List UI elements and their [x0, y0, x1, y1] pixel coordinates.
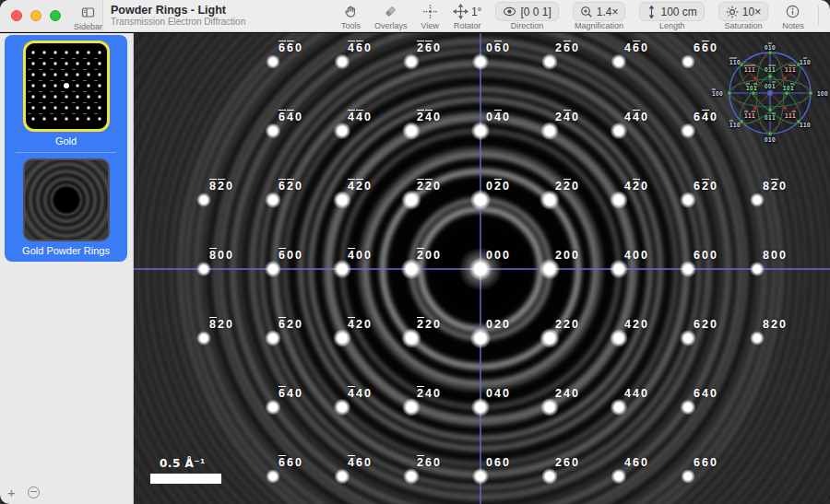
diffraction-spot [334, 123, 351, 140]
titlebar: Sidebar Powder Rings - Light Transmissio… [0, 0, 830, 32]
saturation-value: 10× [742, 6, 761, 18]
window-controls [11, 10, 61, 21]
remove-button[interactable] [28, 486, 40, 498]
diffraction-spot-label: 240 [555, 387, 580, 400]
diffraction-spot-label: 240 [555, 111, 580, 123]
diffraction-spot-label: 820 [209, 180, 234, 193]
diffraction-spot-label: 420 [348, 180, 373, 193]
sidebar-item-label: Gold Powder Rings [22, 245, 110, 256]
diffraction-spot-label: 660 [279, 41, 303, 54]
diffraction-spot [680, 399, 695, 415]
diffraction-spot [470, 190, 492, 211]
diffraction-spot [265, 399, 280, 415]
diffraction-spot [540, 122, 559, 140]
zoom-in-icon [580, 6, 593, 18]
diffraction-spot-label: 000 [486, 249, 511, 262]
diffraction-spot [471, 122, 491, 141]
direction-value: [0 0 1] [520, 6, 551, 18]
sidebar: Gold Gold Powder Rings + [0, 33, 134, 504]
pole-label: 101 [746, 85, 757, 91]
diffraction-spot [541, 53, 558, 70]
diffraction-spot-label: 400 [348, 249, 373, 262]
scale-bar [150, 474, 221, 484]
diffraction-spot-label: 440 [624, 387, 649, 400]
diffraction-spot-label: 420 [624, 318, 649, 331]
pole-label: 110 [729, 59, 741, 65]
diffraction-spot-label: 220 [555, 318, 580, 331]
diffraction-spot-label: 620 [694, 180, 718, 193]
diffraction-spot [472, 468, 489, 485]
diffraction-spot [681, 469, 695, 484]
pole-label: 001 [765, 83, 776, 89]
diffraction-spot [401, 190, 421, 210]
diffraction-spot-label: 040 [486, 111, 511, 123]
zoom-button[interactable] [50, 10, 61, 21]
saturation-control[interactable]: 10× Saturation [718, 0, 768, 30]
diffraction-spot [333, 329, 351, 347]
add-button[interactable]: + [7, 486, 16, 499]
diffraction-spot-label: 220 [417, 318, 442, 331]
tools-button[interactable]: Tools [341, 0, 361, 30]
diffraction-spot [540, 328, 560, 348]
view-button[interactable]: View [421, 0, 439, 30]
diffraction-spot-label: 620 [279, 318, 303, 331]
diffraction-spot-label: 260 [555, 456, 580, 469]
pole-label: 100 [817, 90, 828, 97]
toggle-sidebar-button[interactable]: Sidebar [74, 1, 102, 31]
pole-label: 010 [765, 44, 776, 51]
diffraction-spot [610, 260, 629, 279]
diffraction-spot [611, 53, 626, 69]
diffraction-spot [196, 193, 211, 207]
diffraction-spot-label: 460 [624, 456, 649, 469]
diffraction-spot-label: 440 [348, 387, 373, 400]
length-control[interactable]: 100 cm Length [639, 0, 704, 30]
diffraction-spot [402, 122, 421, 140]
diffraction-spot [681, 54, 695, 69]
pole-label: 111 [744, 112, 755, 119]
close-button[interactable] [11, 10, 22, 21]
diffraction-view[interactable]: 6604602600602604606606404402400402404406… [134, 33, 830, 504]
magnification-value: 1.4× [597, 6, 619, 18]
sidebar-item-gold-powder-rings[interactable]: Gold Powder Rings [5, 158, 127, 256]
diffraction-spot-label: 060 [486, 41, 511, 54]
diffraction-spot [403, 468, 420, 485]
diffraction-spot [333, 191, 351, 209]
diffraction-spot [196, 262, 211, 276]
sidebar-item-gold[interactable]: Gold [5, 41, 127, 147]
rotator-icon [453, 4, 468, 19]
minimize-button[interactable] [30, 10, 42, 21]
diffraction-spot-label: 420 [624, 180, 649, 193]
pole-label: 110 [729, 122, 741, 128]
sidebar-item-divider [16, 152, 116, 153]
diffraction-spot [196, 331, 211, 346]
diffraction-spot [266, 54, 280, 69]
rotator-control[interactable]: 1° Rotator [453, 0, 481, 30]
diffraction-spot-label: 420 [348, 318, 373, 331]
vertical-arrow-icon [646, 6, 657, 18]
pole-label: 010 [765, 136, 776, 143]
stereographic-projection-widget[interactable]: 0100101001001101101101101111111111110110… [706, 36, 830, 156]
toolbar-separator [818, 6, 819, 26]
overlays-button[interactable]: Overlays [374, 0, 408, 30]
diffraction-spot [401, 259, 422, 280]
sidebar-header: Sidebar [0, 0, 103, 31]
diffraction-spot-label: 800 [209, 249, 234, 262]
diffraction-spot-label: 440 [624, 111, 649, 123]
crosshair-dots-icon [422, 4, 438, 19]
diffraction-spot-label: 260 [417, 41, 442, 54]
pole-label: 111 [785, 66, 796, 73]
rotator-label: Rotator [454, 21, 481, 30]
direction-control[interactable]: [0 0 1] Direction [495, 0, 558, 30]
diffraction-spot [265, 123, 280, 138]
diffraction-spot-label: 400 [624, 249, 649, 262]
diffraction-spot [680, 192, 696, 208]
diffraction-spot [470, 328, 492, 349]
notes-button[interactable]: Notes [782, 0, 804, 30]
view-label: View [421, 21, 439, 30]
pole-label: 011 [765, 66, 776, 73]
magnification-label: Magnification [575, 21, 623, 30]
diffraction-spot-label: 460 [624, 41, 649, 54]
magnification-control[interactable]: 1.4× Magnification [573, 0, 626, 30]
pole-label: 011 [765, 114, 776, 121]
diffraction-spot [750, 193, 765, 207]
